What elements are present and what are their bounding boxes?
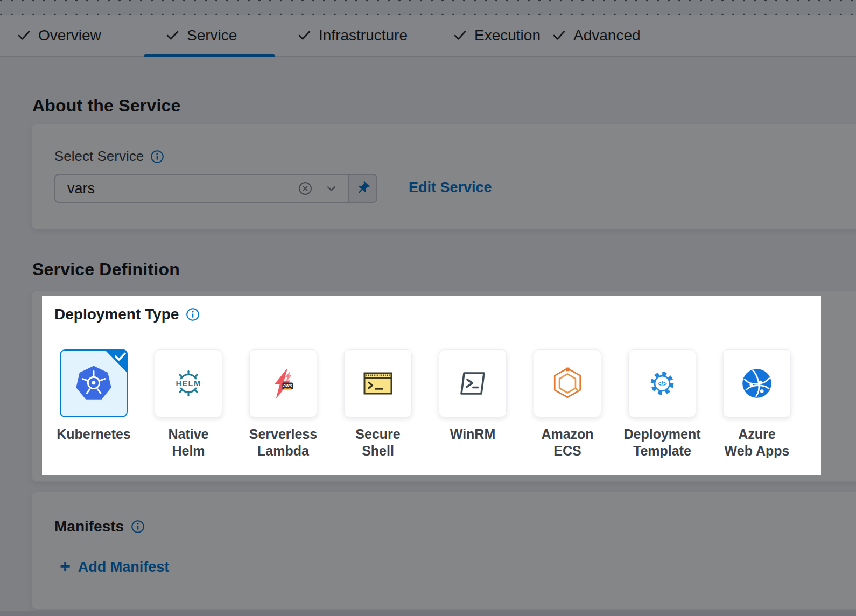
deployment-type-name: Serverless Lambda bbox=[249, 426, 318, 459]
deployment-type-serverless-lambda[interactable]: aws Serverless Lambda bbox=[249, 349, 317, 459]
pin-service-button[interactable] bbox=[348, 175, 376, 202]
deployment-type-winrm[interactable]: WinRM bbox=[439, 349, 507, 459]
deployment-type-native-helm[interactable]: HELM Native Helm bbox=[155, 349, 222, 459]
page-bottom-strip bbox=[0, 611, 856, 616]
check-icon bbox=[166, 29, 179, 42]
chevron-down-icon[interactable] bbox=[324, 181, 339, 196]
select-service-label: Select Service bbox=[54, 148, 144, 165]
deployment-type-name: Secure Shell bbox=[344, 426, 412, 459]
info-icon[interactable] bbox=[131, 520, 145, 534]
service-tab-content: About the Service Select Service bbox=[0, 57, 856, 616]
helm-logo-text: HELM bbox=[176, 379, 201, 388]
manifests-card: Manifests + Add Manifest bbox=[31, 492, 856, 610]
secure-shell-terminal-icon bbox=[361, 366, 395, 401]
winrm-powershell-icon bbox=[455, 366, 490, 401]
amazon-ecs-icon bbox=[550, 366, 585, 401]
deployment-type-card[interactable]: HELM bbox=[155, 349, 222, 417]
service-select[interactable] bbox=[54, 174, 377, 203]
deployment-type-label: Deployment Type bbox=[54, 306, 179, 323]
about-service-heading: About the Service bbox=[32, 96, 180, 116]
deployment-type-card[interactable] bbox=[534, 349, 601, 417]
deployment-type-name: Native Helm bbox=[155, 426, 222, 459]
check-icon bbox=[298, 29, 311, 42]
serverless-aws-icon: aws bbox=[265, 366, 301, 401]
deployment-type-kubernetes[interactable]: Kubernetes bbox=[60, 349, 128, 459]
about-service-card: Select Service bbox=[31, 124, 856, 229]
tab-advanced[interactable]: Advanced bbox=[552, 15, 641, 56]
deployment-type-name: Azure Web Apps bbox=[723, 426, 791, 459]
edit-service-link[interactable]: Edit Service bbox=[409, 179, 492, 196]
azure-web-apps-globe-icon bbox=[739, 366, 775, 401]
deployment-type-card[interactable]: </> bbox=[628, 349, 696, 417]
deployment-type-secure-shell[interactable]: Secure Shell bbox=[344, 349, 412, 459]
service-definition-heading: Service Definition bbox=[32, 260, 180, 279]
tab-execution[interactable]: Execution bbox=[453, 15, 541, 56]
service-configuration-page: Overview Service Infrastructure Executio… bbox=[0, 0, 856, 616]
deployment-type-name: Amazon ECS bbox=[534, 426, 601, 459]
deployment-type-card[interactable]: aws bbox=[249, 349, 317, 417]
tab-infrastructure[interactable]: Infrastructure bbox=[298, 15, 408, 56]
tab-label: Overview bbox=[38, 27, 101, 44]
tab-overview[interactable]: Overview bbox=[17, 15, 101, 56]
deployment-type-name: Kubernetes bbox=[57, 426, 131, 443]
tab-label: Service bbox=[187, 27, 237, 44]
helm-icon: HELM bbox=[171, 366, 206, 401]
code-glyph-text: </> bbox=[657, 380, 666, 388]
deployment-type-name: Deployment Template bbox=[623, 426, 700, 459]
deployment-type-card[interactable] bbox=[60, 349, 128, 417]
selected-badge bbox=[102, 349, 128, 375]
deployment-type-card[interactable] bbox=[439, 349, 507, 417]
deployment-type-amazon-ecs[interactable]: Amazon ECS bbox=[534, 349, 601, 459]
service-definition-card: Deployment Type bbox=[31, 291, 856, 482]
deployment-template-gear-icon: </> bbox=[644, 366, 680, 401]
deployment-type-name: WinRM bbox=[450, 426, 495, 443]
tab-label: Execution bbox=[474, 27, 541, 44]
deployment-type-spotlight-panel: Deployment Type bbox=[42, 296, 821, 475]
pipeline-canvas-strip bbox=[0, 0, 856, 15]
stage-tabbar: Overview Service Infrastructure Executio… bbox=[0, 15, 856, 57]
check-icon bbox=[453, 29, 467, 42]
add-manifest-button[interactable]: + Add Manifest bbox=[60, 558, 169, 576]
info-icon[interactable] bbox=[186, 307, 200, 321]
deployment-type-card[interactable] bbox=[723, 349, 791, 417]
check-icon bbox=[17, 29, 31, 42]
check-icon bbox=[552, 29, 566, 42]
info-icon[interactable] bbox=[150, 150, 164, 164]
deployment-type-deployment-template[interactable]: </> Deployment Template bbox=[628, 349, 696, 459]
add-manifest-label: Add Manifest bbox=[78, 559, 170, 576]
tab-label: Advanced bbox=[573, 27, 641, 44]
deployment-type-card[interactable] bbox=[344, 349, 412, 417]
tab-service[interactable]: Service bbox=[166, 15, 237, 56]
clear-icon[interactable] bbox=[297, 180, 313, 197]
deployment-type-list: Kubernetes bbox=[60, 349, 791, 459]
aws-logo-text: aws bbox=[283, 383, 292, 388]
service-select-input[interactable] bbox=[67, 180, 286, 197]
pin-icon bbox=[355, 181, 370, 196]
deployment-type-azure-web-apps[interactable]: Azure Web Apps bbox=[723, 349, 791, 459]
service-select-main[interactable] bbox=[55, 175, 348, 202]
plus-icon: + bbox=[60, 557, 71, 575]
tab-label: Infrastructure bbox=[319, 27, 408, 44]
manifests-heading: Manifests bbox=[54, 518, 124, 535]
